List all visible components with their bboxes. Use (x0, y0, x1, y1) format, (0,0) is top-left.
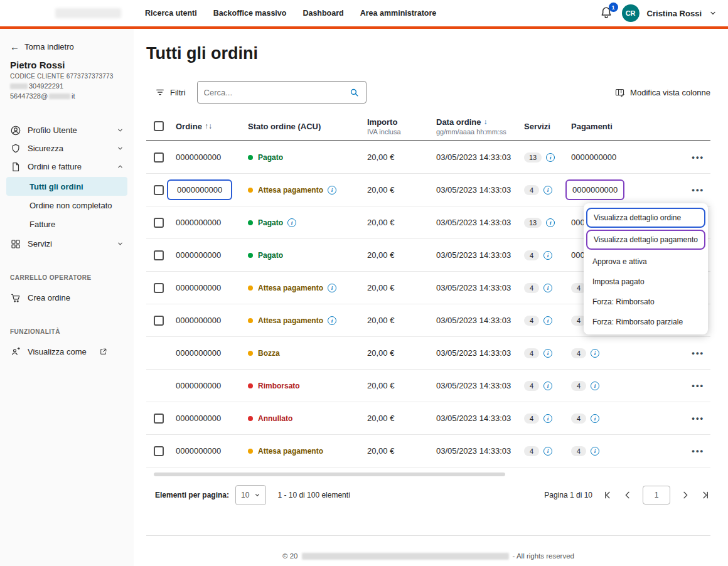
order-cell: 0000000000 (176, 414, 248, 423)
info-icon[interactable]: i (287, 218, 296, 227)
sidebar-item-servizi[interactable]: Servizi (0, 235, 134, 253)
sidebar-item-profilo-utente[interactable]: Profilo Utente (0, 121, 134, 139)
avatar[interactable]: CR (622, 4, 640, 22)
sort-icon[interactable]: ↑↓ (205, 122, 212, 131)
info-icon[interactable]: i (328, 284, 336, 292)
info-icon[interactable]: i (591, 414, 599, 423)
context-menu-item[interactable]: Approva e attiva (584, 252, 708, 272)
row-actions-button[interactable]: ••• (692, 414, 704, 423)
info-icon[interactable]: i (591, 349, 599, 358)
navbar-right: 1 CR Cristina Rossi (599, 4, 717, 22)
previous-page-button[interactable] (623, 490, 633, 500)
sidebar-item-visualizza-come[interactable]: Visualizza come (0, 343, 134, 361)
sort-desc-icon[interactable]: ↓ (484, 117, 488, 126)
amount-cell: 20,00 € (367, 283, 436, 292)
info-icon[interactable]: i (543, 414, 552, 423)
search-icon[interactable] (349, 87, 360, 98)
select-all-checkbox[interactable] (154, 121, 164, 131)
first-page-button[interactable] (602, 490, 613, 500)
customer-code: CODICE CLIENTE 6773737373773 (10, 73, 124, 80)
filters-button[interactable]: Filtri (155, 87, 186, 97)
impersonate-icon (10, 346, 21, 358)
info-icon[interactable]: i (543, 186, 552, 195)
user-menu-chevron-icon[interactable] (709, 9, 717, 17)
last-page-button[interactable] (700, 490, 710, 500)
context-menu-item[interactable]: Forza: Rimborsato (584, 292, 708, 312)
amount-cell: 20,00 € (367, 414, 436, 423)
info-icon[interactable]: i (328, 186, 336, 195)
status-dot-icon (248, 351, 253, 356)
sidebar-item-sicurezza[interactable]: Sicurezza (0, 139, 134, 158)
count-badge: 13 (524, 218, 542, 228)
sidebar-item-ordine-non-completato[interactable]: Ordine non completato (6, 196, 127, 215)
user-name: Cristina Rossi (647, 9, 702, 18)
search-box (197, 81, 367, 104)
status-cell: Bozza (248, 349, 367, 358)
sidebar-item-crea-ordine[interactable]: Crea ordine (0, 289, 134, 307)
info-icon[interactable]: i (543, 284, 552, 292)
row-checkbox[interactable] (154, 316, 164, 326)
info-icon[interactable]: i (543, 382, 552, 390)
back-button[interactable]: ← Torna indietro (0, 41, 134, 52)
row-actions-button[interactable]: ••• (692, 381, 704, 390)
grid-icon (10, 238, 21, 250)
context-menu-item[interactable]: Visualizza dettaglio pagamento (586, 230, 705, 250)
context-menu-item[interactable]: Visualizza dettaglio ordine (586, 208, 705, 228)
row-actions-button[interactable]: ••• (692, 446, 704, 456)
context-menu-item[interactable]: Forza: Rimborsato parziale (584, 312, 708, 332)
column-header-ordine[interactable]: Ordine↑↓ (176, 122, 248, 131)
nav-item-dashboard[interactable]: Dashboard (302, 9, 343, 18)
nav-item-backoffice-massivo[interactable]: Backoffice massivo (213, 9, 287, 18)
info-icon[interactable]: i (328, 316, 336, 325)
modify-columns-button[interactable]: Modifica vista colonne (614, 87, 710, 98)
next-page-button[interactable] (680, 490, 690, 500)
sidebar-item-ordini-e-fatture[interactable]: Ordini e fatture (0, 158, 134, 176)
actions-cell: ••• (690, 348, 710, 358)
section-funzionalita: FUNZIONALITÀ Visualizza come (0, 328, 134, 361)
scrollbar-thumb[interactable] (154, 473, 505, 476)
info-icon[interactable]: i (591, 382, 599, 390)
chevron-down-icon (117, 145, 124, 152)
info-icon[interactable]: i (543, 349, 552, 358)
count-badge: 4 (524, 348, 539, 358)
sidebar-item-fatture[interactable]: Fatture (6, 215, 127, 233)
external-link-icon (99, 348, 107, 356)
info-icon[interactable]: i (546, 218, 555, 227)
page-title: Tutti gli ordini (146, 44, 710, 63)
row-actions-button[interactable]: ••• (692, 185, 704, 195)
column-header-data-ordine[interactable]: Data ordine↓ gg/mm/aaaa hh:mm:ss (436, 117, 524, 136)
count-badge: 4 (524, 250, 539, 260)
row-checkbox[interactable] (154, 446, 164, 456)
services-cell: 4i (524, 446, 571, 456)
row-checkbox[interactable] (154, 152, 164, 163)
info-icon[interactable]: i (546, 153, 555, 162)
notifications-button[interactable]: 1 (599, 6, 614, 21)
page-number-input[interactable] (643, 486, 670, 505)
row-actions-button[interactable]: ••• (692, 152, 704, 162)
redacted-text (10, 83, 28, 89)
per-page-select[interactable]: 10 (235, 485, 266, 505)
info-icon[interactable]: i (543, 447, 552, 456)
info-icon[interactable]: i (591, 447, 599, 456)
context-menu-item[interactable]: Imposta pagato (584, 272, 708, 292)
count-badge: 4 (571, 348, 586, 358)
date-cell: 03/05/2023 14:33:03 (436, 316, 524, 325)
row-checkbox[interactable] (154, 414, 164, 424)
redacted-text (302, 553, 509, 560)
nav-item-area-amministratore[interactable]: Area amministratore (360, 9, 437, 18)
amount-cell: 20,00 € (367, 316, 436, 325)
row-checkbox[interactable] (154, 283, 164, 293)
status-label: Attesa pagamento (258, 284, 323, 292)
sidebar-item-tutti-gli-ordini[interactable]: Tutti gli ordini (6, 177, 127, 196)
row-context-menu: Visualizza dettaglio ordineVisualizza de… (584, 203, 708, 334)
search-input[interactable] (204, 88, 349, 97)
info-icon[interactable]: i (543, 316, 552, 325)
info-icon[interactable]: i (543, 251, 552, 260)
checkbox-cell (146, 414, 176, 424)
row-checkbox[interactable] (154, 218, 164, 228)
row-actions-button[interactable]: ••• (692, 348, 704, 358)
nav-item-ricerca-utenti[interactable]: Ricerca utenti (145, 9, 197, 18)
row-checkbox[interactable] (154, 185, 164, 195)
payments-cell: 4i (571, 348, 690, 358)
row-checkbox[interactable] (154, 250, 164, 260)
